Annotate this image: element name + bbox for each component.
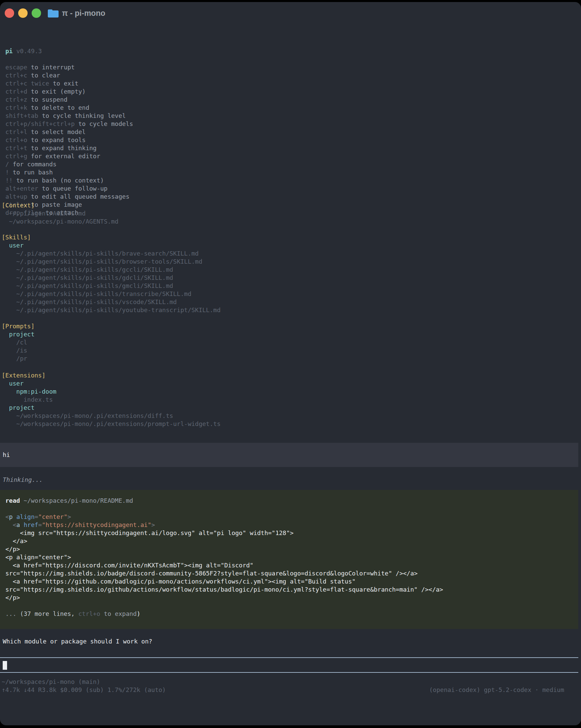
shortcut-line: ! to run bash xyxy=(5,168,133,177)
shortcut-line: shift+tab to cycle thinking level xyxy=(5,112,133,120)
shortcut-line: alt+up to edit all queued messages xyxy=(5,192,133,201)
tool-output-line: <a href="https://discord.com/invite/nKXT… xyxy=(5,561,443,569)
section-row: /cl xyxy=(2,338,35,346)
section-row: project xyxy=(2,330,35,338)
shortcut-line: ctrl+c to clear xyxy=(5,71,133,79)
tool-output-line: </a> xyxy=(5,537,443,545)
app-version: v0.49.3 xyxy=(17,48,42,55)
shortcut-line: / for commands xyxy=(5,160,133,168)
prompt-input[interactable] xyxy=(0,657,578,673)
section-extensions: [Extensions] user npm:pi-doom index.ts p… xyxy=(2,371,220,428)
thinking-indicator: Thinking... xyxy=(3,476,43,484)
shortcut-line: ctrl+t to expand thinking xyxy=(5,144,133,152)
text-cursor xyxy=(3,661,7,670)
section-row: ~/.pi/agent/skills/pi-skills/gccli/SKILL… xyxy=(2,266,220,274)
tool-output-line: ... (37 more lines, ctrl+o to expand) xyxy=(5,610,443,618)
shortcut-line: ctrl+k to delete to end xyxy=(5,104,133,112)
section-row: /pr xyxy=(2,355,35,363)
section-row: ~/.pi/agent/skills/pi-skills/brave-searc… xyxy=(2,250,220,258)
section-row: project xyxy=(2,404,220,412)
section-row: ~/.pi/agent/skills/pi-skills/gmcli/SKILL… xyxy=(2,282,220,290)
tool-output-line xyxy=(5,505,443,513)
app-name: pi xyxy=(5,48,13,55)
section-header: [Prompts] xyxy=(2,322,35,330)
section-row: /is xyxy=(2,346,35,355)
section-header: [Context] xyxy=(2,201,118,209)
section-context: [Context] ~/.pi/agent/AGENTS.md ~/worksp… xyxy=(2,201,118,226)
tool-output-line: read ~/workspaces/pi-mono/README.md xyxy=(5,497,443,505)
title-bar: π - pi-mono xyxy=(0,2,581,21)
tool-output-line: <a href="https://github.com/badlogic/pi-… xyxy=(5,577,443,586)
status-token-stats: ↑4.7k ↓44 R3.8k $0.009 (sub) 1.7%/272k (… xyxy=(2,686,166,694)
tool-output-line: <img src="https://shittycodingagent.ai/l… xyxy=(5,529,443,537)
section-row: ~/.pi/agent/AGENTS.md xyxy=(2,209,118,217)
user-message-text: hi xyxy=(3,451,10,459)
shortcut-line: ctrl+p/shift+ctrl+p to cycle models xyxy=(5,120,133,128)
tool-call-block: read ~/workspaces/pi-mono/README.md <p a… xyxy=(0,490,578,629)
section-row: ~/.pi/agent/skills/pi-skills/transcribe/… xyxy=(2,290,220,298)
shortcut-line: ctrl+c twice to exit xyxy=(5,79,133,87)
tool-output-line: src="https://img.shields.io/badge/discor… xyxy=(5,569,443,577)
shortcut-line: alt+enter to queue follow-up xyxy=(5,184,133,192)
tool-output-line: src="https://img.shields.io/github/actio… xyxy=(5,586,443,594)
section-row: user xyxy=(2,241,220,250)
section-row: ~/.pi/agent/skills/pi-skills/browser-too… xyxy=(2,258,220,266)
close-window-button[interactable] xyxy=(5,8,14,18)
shortcut-line: ctrl+g for external editor xyxy=(5,152,133,160)
tool-output-line: </p> xyxy=(5,545,443,553)
status-model: (openai-codex) gpt-5.2-codex · medium xyxy=(429,686,564,694)
zoom-window-button[interactable] xyxy=(32,8,41,18)
section-row: ~/.pi/agent/skills/pi-skills/youtube-tra… xyxy=(2,306,220,314)
shortcut-line: ctrl+o to expand tools xyxy=(5,136,133,144)
shortcut-line: ctrl+z to suspend xyxy=(5,96,133,104)
section-row: ~/.pi/agent/skills/pi-skills/gdcli/SKILL… xyxy=(2,274,220,282)
version-line: pi v0.49.3 xyxy=(5,47,133,55)
help-shortcuts-block: pi v0.49.3 escape to interruptctrl+c to … xyxy=(5,31,133,217)
shortcut-line: ctrl+d to exit (empty) xyxy=(5,87,133,96)
tool-output-line xyxy=(5,602,443,610)
tool-output-line: <p align="center"> xyxy=(5,553,443,561)
shortcut-line: escape to interrupt xyxy=(5,63,133,71)
section-row: ~/.pi/agent/skills/pi-skills/vscode/SKIL… xyxy=(2,298,220,306)
shortcut-line: !! to run bash (no context) xyxy=(5,177,133,184)
window-title: π - pi-mono xyxy=(62,9,105,18)
section-row: user xyxy=(2,380,220,388)
user-message-box: hi xyxy=(0,443,578,467)
minimize-window-button[interactable] xyxy=(18,8,28,18)
shortcut-line: ctrl+l to select model xyxy=(5,128,133,136)
section-row: ~/workspaces/pi-mono/.pi/extensions/prom… xyxy=(2,420,220,428)
section-row: ~/workspaces/pi-mono/AGENTS.md xyxy=(2,217,118,226)
assistant-question: Which module or package should I work on… xyxy=(3,638,152,646)
tool-output-line: <p align="center"> xyxy=(5,513,443,521)
section-row: npm:pi-doom xyxy=(2,388,220,396)
tool-output-line: </p> xyxy=(5,594,443,602)
tool-output-line: <a href="https://shittycodingagent.ai"> xyxy=(5,521,443,529)
section-header: [Skills] xyxy=(2,233,220,241)
status-cwd: ~/workspaces/pi-mono (main) xyxy=(2,678,100,686)
section-header: [Extensions] xyxy=(2,371,220,380)
section-row: index.ts xyxy=(2,396,220,404)
section-prompts: [Prompts] project /cl /is /pr xyxy=(2,322,35,363)
tool-output: read ~/workspaces/pi-mono/README.md <p a… xyxy=(5,497,443,618)
section-row: ~/workspaces/pi-mono/.pi/extensions/diff… xyxy=(2,412,220,420)
folder-icon xyxy=(48,9,58,18)
section-skills: [Skills] user ~/.pi/agent/skills/pi-skil… xyxy=(2,233,220,314)
